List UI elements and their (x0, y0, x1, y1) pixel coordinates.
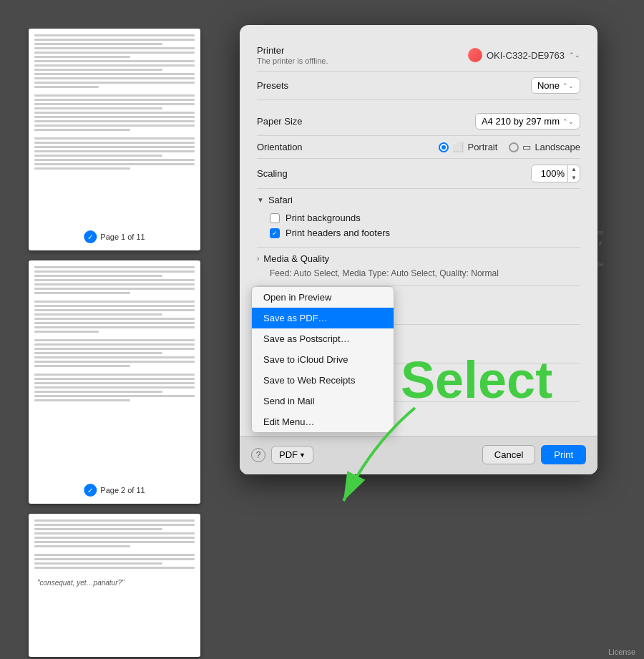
page-label-2: Page 2 of 11 (100, 486, 145, 494)
presets-label: Presets (257, 80, 328, 91)
bottom-bar: ? PDF ▼ Cancel Print (240, 436, 597, 474)
landscape-option[interactable]: ▭ Landscape (509, 142, 580, 152)
paper-size-arrow: ⌃⌄ (562, 118, 574, 125)
dropdown-item-save-postscript[interactable]: Save as Postscript… (252, 328, 394, 349)
dropdown-item-open-preview-label: Open in Preview (263, 292, 331, 303)
safari-chevron-down: ▼ (257, 196, 264, 204)
dropdown-item-save-icloud-label: Save to iCloud Drive (263, 354, 348, 365)
pdf-dropdown: Open in Preview Save as PDF… Save as Pos… (251, 286, 394, 433)
help-label: ? (256, 450, 261, 460)
dropdown-item-send-mail[interactable]: Send in Mail (252, 391, 394, 411)
scaling-down-arrow[interactable]: ▼ (568, 174, 580, 182)
printer-name: OKI-C332-DE9763 (487, 50, 565, 61)
cancel-button[interactable]: Cancel (482, 445, 535, 464)
print-backgrounds-row[interactable]: Print backgrounds (270, 213, 580, 223)
media-quality-label: Media & Quality (263, 253, 329, 264)
media-quality-summary: Feed: Auto Select, Media Type: Auto Sele… (270, 268, 499, 278)
dropdown-item-send-mail-label: Send in Mail (263, 396, 315, 406)
dropdown-item-edit-menu[interactable]: Edit Menu… (252, 411, 394, 432)
dropdown-item-save-web-receipts-label: Save to Web Receipts (263, 375, 355, 386)
landscape-icon: ▭ (522, 142, 531, 152)
page-preview-1: ✓ Page 1 of 11 (29, 29, 200, 250)
media-quality-content: Feed: Auto Select, Media Type: Auto Sele… (257, 264, 580, 280)
pdf-arrow: ▼ (299, 451, 306, 459)
portrait-label: Portrait (467, 142, 497, 152)
scaling-arrows: ▲ ▼ (567, 165, 580, 182)
scaling-up-arrow[interactable]: ▲ (568, 165, 580, 174)
printer-icon (468, 48, 482, 62)
page-badge-2: ✓ Page 2 of 11 (84, 484, 145, 497)
paper-size-label: Paper Size (257, 116, 328, 127)
print-headers-row[interactable]: ✓ Print headers and footers (270, 228, 580, 238)
presets-arrow: ⌃⌄ (562, 82, 574, 89)
paper-size-select[interactable]: A4 210 by 297 mm ⌃⌄ (475, 113, 580, 130)
media-quality-section: › Media & Quality Feed: Auto Select, Med… (257, 248, 580, 286)
status-label: License (608, 648, 635, 656)
orientation-label: Orientation (257, 142, 328, 152)
printer-row: Printer The printer is offline. OKI-C332… (257, 39, 580, 72)
print-headers-checkbox[interactable]: ✓ (270, 228, 280, 238)
safari-content: Print backgrounds ✓ Print headers and fo… (257, 213, 580, 238)
dropdown-item-save-pdf[interactable]: Save as PDF… (252, 308, 394, 328)
landscape-radio[interactable] (509, 142, 519, 152)
printer-label: Printer (257, 45, 328, 56)
presets-select[interactable]: None ⌃⌄ (531, 77, 580, 94)
pdf-button[interactable]: PDF ▼ (271, 446, 313, 464)
portrait-icon: ⬜ (452, 142, 464, 152)
dropdown-item-open-preview[interactable]: Open in Preview (252, 287, 394, 308)
action-buttons: Cancel Print (482, 445, 586, 464)
dropdown-item-save-icloud[interactable]: Save to iCloud Drive (252, 349, 394, 370)
page-badge-1: ✓ Page 1 of 11 (84, 230, 145, 243)
dropdown-item-save-web-receipts[interactable]: Save to Web Receipts (252, 370, 394, 391)
page-preview-3: "consequat, yet…pariatur?" (29, 514, 200, 657)
scaling-label: Scaling (257, 168, 328, 179)
dropdown-item-save-pdf-label: Save as PDF… (263, 313, 328, 323)
presets-row: Presets None ⌃⌄ (257, 72, 580, 100)
page-check-icon-2: ✓ (84, 484, 97, 497)
dropdown-item-edit-menu-label: Edit Menu… (263, 416, 315, 427)
scaling-control[interactable]: ▲ ▼ (531, 165, 580, 182)
safari-section: ▼ Safari Print backgrounds ✓ Print heade… (257, 189, 580, 248)
page-3-bottom-text: "consequat, yet…pariatur?" (34, 576, 195, 590)
safari-label: Safari (268, 195, 293, 205)
printer-sublabel: The printer is offline. (257, 57, 328, 65)
print-headers-label: Print headers and footers (286, 228, 390, 238)
paper-size-row: Paper Size A4 210 by 297 mm ⌃⌄ (257, 107, 580, 136)
page-check-icon-1: ✓ (84, 230, 97, 243)
dropdown-item-save-postscript-label: Save as Postscript… (263, 333, 350, 344)
portrait-radio[interactable] (439, 142, 449, 152)
page-previews-panel: ✓ Page 1 of 11 (14, 29, 229, 659)
page-preview-2: ✓ Page 2 of 11 (29, 260, 200, 504)
safari-header[interactable]: ▼ Safari (257, 195, 580, 205)
orientation-row: Orientation ⬜ Portrait ▭ Landscape (257, 136, 580, 159)
help-button[interactable]: ? (251, 448, 265, 462)
page-label-1: Page 1 of 11 (100, 233, 145, 241)
printer-value[interactable]: OKI-C332-DE9763 ⌃⌄ (468, 48, 580, 62)
print-backgrounds-label: Print backgrounds (286, 213, 361, 223)
media-quality-chevron: › (257, 255, 259, 263)
pdf-label: PDF (279, 449, 298, 460)
media-quality-header[interactable]: › Media & Quality (257, 253, 580, 264)
presets-value: None (537, 80, 560, 91)
portrait-option[interactable]: ⬜ Portrait (439, 142, 497, 152)
bottom-left: ? PDF ▼ (251, 446, 313, 464)
paper-size-value: A4 210 by 297 mm (482, 116, 560, 127)
print-button[interactable]: Print (541, 445, 586, 464)
print-panel: Printer The printer is offline. OKI-C332… (240, 25, 597, 474)
status-bar: License (600, 645, 644, 659)
scaling-row: Scaling ▲ ▼ (257, 159, 580, 189)
printer-chevron: ⌃⌄ (569, 52, 580, 59)
orientation-group: ⬜ Portrait ▭ Landscape (439, 142, 580, 152)
landscape-label: Landscape (535, 142, 580, 152)
printer-label-col: Printer The printer is offline. (257, 45, 328, 65)
scaling-input[interactable] (532, 166, 567, 181)
print-backgrounds-checkbox[interactable] (270, 213, 280, 223)
